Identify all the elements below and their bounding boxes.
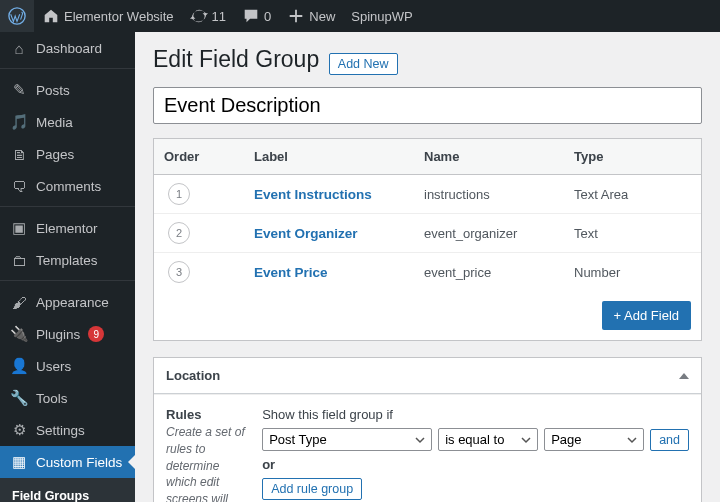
menu-pages[interactable]: 🗎Pages — [0, 138, 135, 170]
field-type: Text — [564, 216, 701, 251]
menu-elementor[interactable]: ▣Elementor — [0, 212, 135, 244]
comment-icon — [242, 7, 260, 25]
menu-posts[interactable]: ✎Posts — [0, 74, 135, 106]
brush-icon: 🖌 — [10, 293, 28, 311]
add-rule-group-button[interactable]: Add rule group — [262, 478, 362, 500]
col-type: Type — [564, 139, 701, 174]
add-new-button[interactable]: Add New — [329, 53, 398, 75]
field-label[interactable]: Event Organizer — [244, 216, 414, 251]
field-row[interactable]: 1 Event Instructions instructions Text A… — [154, 175, 701, 214]
menu-templates[interactable]: 🗀Templates — [0, 244, 135, 276]
collapse-icon[interactable] — [679, 373, 689, 379]
menu-plugins[interactable]: 🔌Plugins 9 — [0, 318, 135, 350]
menu-settings[interactable]: ⚙Settings — [0, 414, 135, 446]
admin-bar: Elementor Website 11 0 New SpinupWP — [0, 0, 720, 32]
comments-count[interactable]: 0 — [234, 0, 279, 32]
main-content: Edit Field Group Add New Order Label Nam… — [135, 32, 720, 502]
new-content[interactable]: New — [279, 0, 343, 32]
order-handle[interactable]: 1 — [168, 183, 190, 205]
grid-icon: ▦ — [10, 453, 28, 471]
field-row[interactable]: 2 Event Organizer event_organizer Text — [154, 214, 701, 253]
updates[interactable]: 11 — [182, 0, 234, 32]
show-if-label: Show this field group if — [262, 407, 689, 422]
elementor-icon: ▣ — [10, 219, 28, 237]
admin-sidebar: ⌂Dashboard ✎Posts 🎵Media 🗎Pages 🗨Comment… — [0, 32, 135, 502]
or-label: or — [262, 457, 689, 472]
home-icon — [42, 7, 60, 25]
fields-table-header: Order Label Name Type — [154, 139, 701, 175]
col-name: Name — [414, 139, 564, 174]
field-group-title-input[interactable] — [153, 87, 702, 124]
folder-icon: 🗀 — [10, 251, 28, 269]
add-field-button[interactable]: + Add Field — [602, 301, 691, 330]
field-type: Number — [564, 255, 701, 290]
and-button[interactable]: and — [650, 429, 689, 451]
sliders-icon: ⚙ — [10, 421, 28, 439]
plug-icon: 🔌 — [10, 325, 28, 343]
spinupwp[interactable]: SpinupWP — [343, 0, 420, 32]
page-icon: 🗎 — [10, 145, 28, 163]
menu-appearance[interactable]: 🖌Appearance — [0, 286, 135, 318]
order-handle[interactable]: 3 — [168, 261, 190, 283]
col-label: Label — [244, 139, 414, 174]
plugins-badge: 9 — [88, 326, 104, 342]
location-header[interactable]: Location — [154, 358, 701, 394]
pin-icon: ✎ — [10, 81, 28, 99]
menu-media[interactable]: 🎵Media — [0, 106, 135, 138]
user-icon: 👤 — [10, 357, 28, 375]
dashboard-icon: ⌂ — [10, 39, 28, 57]
field-name: event_price — [414, 255, 564, 290]
rules-heading: Rules — [166, 407, 246, 422]
menu-tools[interactable]: 🔧Tools — [0, 382, 135, 414]
submenu-field-groups[interactable]: Field Groups — [0, 484, 135, 502]
field-label[interactable]: Event Instructions — [244, 177, 414, 212]
rule-value-select[interactable]: Page — [544, 428, 644, 451]
location-title: Location — [166, 368, 220, 383]
field-type: Text Area — [564, 177, 701, 212]
rule-operator-select[interactable]: is equal to — [438, 428, 538, 451]
field-row[interactable]: 3 Event Price event_price Number — [154, 253, 701, 291]
fields-postbox: Order Label Name Type 1 Event Instructio… — [153, 138, 702, 341]
wp-logo[interactable] — [0, 0, 34, 32]
comment-icon: 🗨 — [10, 177, 28, 195]
col-order: Order — [154, 139, 244, 174]
rule-param-select[interactable]: Post Type — [262, 428, 432, 451]
site-name[interactable]: Elementor Website — [34, 0, 182, 32]
menu-comments[interactable]: 🗨Comments — [0, 170, 135, 202]
field-label[interactable]: Event Price — [244, 255, 414, 290]
plus-icon — [287, 7, 305, 25]
field-name: instructions — [414, 177, 564, 212]
rules-desc: Create a set of rules to determine which… — [166, 424, 246, 502]
submenu-custom-fields: Field Groups Add New Tools — [0, 478, 135, 502]
order-handle[interactable]: 2 — [168, 222, 190, 244]
page-title: Edit Field Group — [153, 46, 319, 73]
menu-dashboard[interactable]: ⌂Dashboard — [0, 32, 135, 64]
location-postbox: Location Rules Create a set of rules to … — [153, 357, 702, 502]
wrench-icon: 🔧 — [10, 389, 28, 407]
field-name: event_organizer — [414, 216, 564, 251]
media-icon: 🎵 — [10, 113, 28, 131]
menu-users[interactable]: 👤Users — [0, 350, 135, 382]
menu-custom-fields[interactable]: ▦Custom Fields — [0, 446, 135, 478]
refresh-icon — [190, 7, 208, 25]
